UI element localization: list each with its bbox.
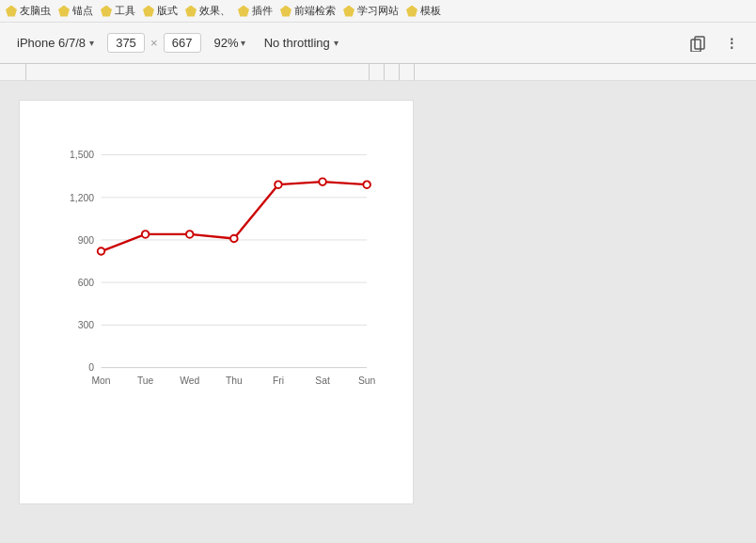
svg-rect-1 (695, 37, 704, 49)
bookmark-xuexiwangzhan[interactable]: 学习网站 (343, 4, 399, 18)
height-input[interactable]: 667 (164, 33, 201, 53)
datapoint-wed (186, 231, 194, 238)
svg-rect-0 (691, 40, 701, 52)
ruler-seg-5 (400, 64, 415, 80)
folder-icon (280, 6, 291, 17)
devtools-toolbar: iPhone 6/7/8 ▾ 375 × 667 92% ▾ No thrott… (0, 23, 756, 64)
chart-container: 1,500 1,200 900 600 300 0 (48, 120, 385, 423)
bookmark-maodan[interactable]: 锚点 (58, 4, 93, 18)
svg-text:Mon: Mon (91, 375, 110, 386)
bookmark-banshi[interactable]: 版式 (143, 4, 178, 18)
svg-text:1,500: 1,500 (70, 150, 94, 160)
bookmark-gongju[interactable]: 工具 (101, 4, 135, 18)
datapoint-mon (98, 248, 105, 255)
bookmark-xiaoguo[interactable]: 效果、 (185, 4, 230, 18)
device-frame: 1,500 1,200 900 600 300 0 (19, 100, 414, 504)
more-options-button[interactable]: ⋮ (718, 30, 745, 56)
datapoint-tue (142, 231, 150, 238)
bookmark-muban[interactable]: 模板 (406, 4, 441, 18)
svg-text:300: 300 (78, 320, 95, 330)
folder-icon (101, 6, 112, 17)
throttle-label: No throttling (264, 36, 330, 50)
bookmarks-bar: 友脑虫 锚点 工具 版式 效果、 插件 前端检索 学习网站 模板 (0, 0, 756, 23)
ruler-seg-1 (0, 64, 26, 80)
folder-icon (6, 6, 17, 17)
svg-text:Sat: Sat (315, 375, 330, 386)
svg-text:0: 0 (88, 362, 94, 373)
folder-icon (238, 6, 249, 17)
zoom-selector[interactable]: 92% ▾ (209, 32, 251, 54)
folder-icon (406, 6, 417, 17)
folder-icon (143, 6, 154, 17)
chart-svg: 1,500 1,200 900 600 300 0 (48, 120, 385, 421)
ruler-seg-2 (26, 64, 370, 80)
bookmark-chajian[interactable]: 插件 (238, 4, 273, 18)
datapoint-thu (230, 235, 238, 243)
bookmark-qianduanjianso[interactable]: 前端检索 (280, 4, 336, 18)
bookmark-younaochong[interactable]: 友脑虫 (6, 4, 51, 18)
width-input[interactable]: 375 (107, 33, 145, 53)
device-label: iPhone 6/7/8 (17, 36, 86, 50)
svg-text:Sun: Sun (358, 375, 376, 386)
svg-text:Thu: Thu (226, 375, 243, 386)
folder-icon (343, 6, 354, 17)
svg-text:1,200: 1,200 (70, 193, 94, 203)
folder-icon (58, 6, 70, 17)
throttle-selector[interactable]: No throttling ▾ (259, 32, 344, 54)
dimension-separator: × (150, 36, 158, 50)
device-selector[interactable]: iPhone 6/7/8 ▾ (11, 32, 100, 54)
svg-text:Fri: Fri (273, 375, 284, 386)
folder-icon (185, 6, 197, 17)
main-area: 1,500 1,200 900 600 300 0 (0, 81, 756, 543)
svg-text:600: 600 (78, 278, 95, 288)
svg-text:Tue: Tue (137, 375, 154, 386)
ruler-seg-4 (385, 64, 400, 80)
ruler-seg-3 (370, 64, 385, 80)
datapoint-sat (319, 178, 326, 185)
rotate-button[interactable] (685, 30, 711, 56)
dimension-box: 375 × 667 (107, 33, 201, 53)
zoom-chevron-icon: ▾ (241, 38, 245, 48)
datapoint-fri (275, 181, 282, 188)
ruler-area (0, 64, 756, 81)
rotate-icon (689, 35, 706, 52)
device-chevron-icon: ▾ (89, 38, 94, 48)
svg-text:900: 900 (78, 235, 95, 246)
svg-text:Wed: Wed (180, 375, 199, 386)
datapoint-sun (363, 181, 370, 188)
throttle-chevron-icon: ▾ (334, 38, 339, 48)
zoom-label: 92% (214, 36, 239, 50)
more-icon: ⋮ (725, 36, 739, 51)
